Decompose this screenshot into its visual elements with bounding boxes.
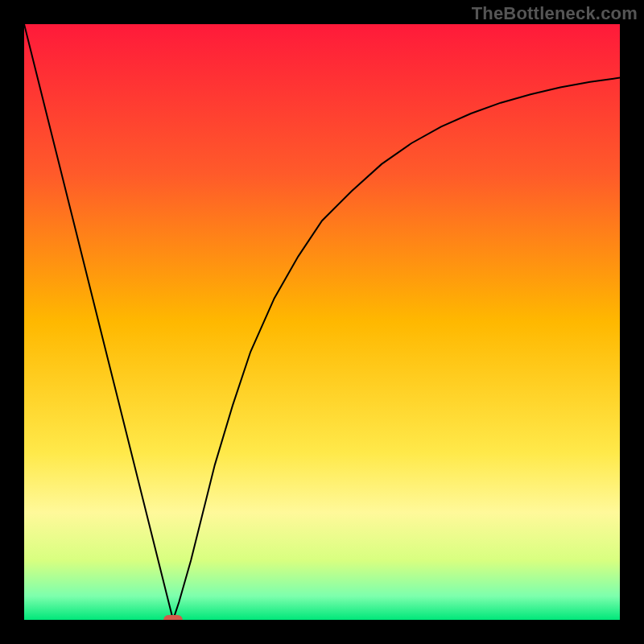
gradient-background [24, 24, 620, 620]
watermark-text: TheBottleneck.com [472, 3, 638, 24]
chart-frame: TheBottleneck.com [0, 0, 644, 644]
minimum-marker [163, 615, 183, 620]
bottleneck-chart [24, 24, 620, 620]
